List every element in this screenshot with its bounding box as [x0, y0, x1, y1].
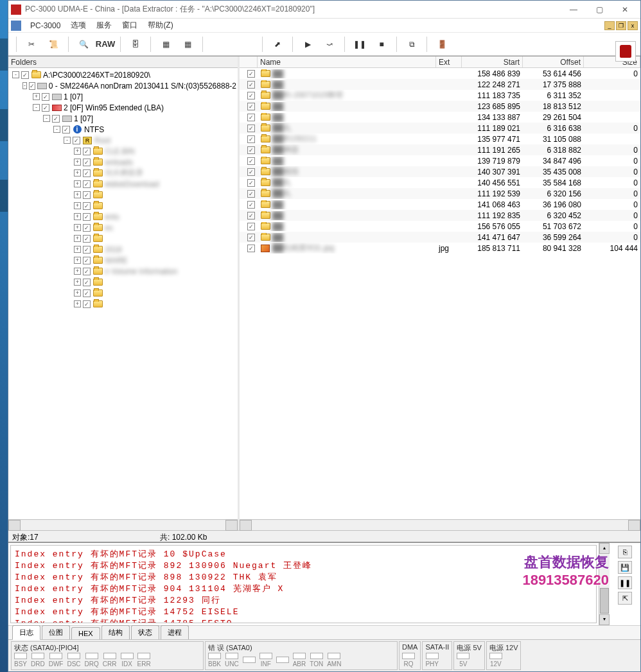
tree-checkbox[interactable]: ✓: [83, 148, 91, 155]
tree-row[interactable]: +✓: [10, 288, 236, 298]
tree-checkbox[interactable]: ✓: [83, 159, 91, 166]
tab-位图[interactable]: 位图: [42, 625, 70, 639]
tree-checkbox[interactable]: ✓: [83, 268, 91, 275]
tab-进程[interactable]: 进程: [161, 625, 189, 639]
table-row[interactable]: ✓██丸111 192 5396 320 1560: [240, 188, 640, 199]
row-checkbox[interactable]: ✓: [247, 146, 255, 154]
expand-icon[interactable]: -: [12, 71, 19, 78]
tree-checkbox[interactable]: ✓: [83, 180, 91, 188]
exit-icon[interactable]: 🚪: [432, 35, 452, 53]
table-row[interactable]: ✓██丸140 456 55135 584 1680: [240, 177, 640, 188]
tree-row[interactable]: +✓n Volume Information: [10, 266, 236, 277]
tree-checkbox[interactable]: ✓: [29, 82, 35, 90]
copy-icon[interactable]: ⧉: [402, 35, 421, 53]
tree-checkbox[interactable]: ✓: [83, 300, 91, 308]
row-checkbox[interactable]: ✓: [247, 92, 255, 99]
tree-checkbox[interactable]: ✓: [52, 115, 60, 123]
tree-row[interactable]: +✓功大师目录: [10, 168, 236, 178]
disk-icon[interactable]: 🗄: [126, 35, 145, 53]
log-vscrollbar[interactable]: ▴ ▾: [599, 543, 610, 625]
tree-checkbox[interactable]: ✓: [42, 93, 49, 101]
row-checkbox[interactable]: ✓: [247, 81, 255, 89]
row-checkbox[interactable]: ✓: [247, 179, 255, 187]
table-row[interactable]: ✓██111 192 8356 320 4520: [240, 210, 640, 221]
col-ext[interactable]: Ext: [436, 56, 462, 67]
raw-button[interactable]: RAW: [96, 35, 115, 53]
tree-checkbox[interactable]: ✓: [73, 137, 80, 144]
expand-icon[interactable]: +: [74, 180, 81, 187]
tree-row[interactable]: -✓0 - SM2246AA nonDram 20130411 S/N:(03)…: [10, 80, 236, 91]
binoculars-icon[interactable]: 🔍: [74, 35, 93, 53]
tree-row[interactable]: +✓: [10, 277, 236, 288]
table-row[interactable]: ✓██模组140 307 39135 435 0080: [240, 166, 640, 177]
row-checkbox[interactable]: ✓: [247, 135, 255, 143]
mdi-restore[interactable]: ❐: [616, 21, 626, 30]
tree-row[interactable]: -✓A:\PC3000\2246XT=20180920\: [10, 69, 236, 80]
log-pause-icon[interactable]: ❚❚: [618, 576, 632, 589]
tree-checkbox[interactable]: ✓: [83, 191, 91, 199]
menu-help[interactable]: 帮助(Z): [143, 19, 178, 32]
tree-checkbox[interactable]: ✓: [42, 104, 49, 112]
expand-icon[interactable]: +: [74, 191, 81, 198]
table-row[interactable]: ✓██轮精度对比.jpgjpg185 813 71180 941 328104 …: [240, 243, 640, 254]
row-checkbox[interactable]: ✓: [247, 103, 255, 110]
tree-row[interactable]: +✓WARE: [10, 255, 236, 266]
expand-icon[interactable]: +: [74, 246, 81, 253]
tree-row[interactable]: +✓: [10, 298, 236, 309]
pause-icon[interactable]: ❚❚: [350, 35, 369, 53]
file-grid[interactable]: ✓██158 486 83953 614 4560✓██122 248 2711…: [240, 68, 640, 519]
row-checkbox[interactable]: ✓: [247, 234, 255, 241]
row-checkbox[interactable]: ✓: [247, 245, 255, 252]
table-row[interactable]: ✓██134 133 88729 261 504: [240, 112, 640, 123]
expand-icon[interactable]: +: [74, 148, 81, 155]
expand-icon[interactable]: +: [74, 289, 81, 297]
expand-icon[interactable]: -: [53, 126, 60, 133]
tree-row[interactable]: +✓2018: [10, 244, 236, 255]
row-checkbox[interactable]: ✓: [247, 114, 255, 121]
tree-row[interactable]: +✓ents: [10, 211, 236, 222]
tree-checkbox[interactable]: ✓: [83, 235, 91, 243]
export-icon[interactable]: ⬈: [268, 35, 287, 53]
tools-icon[interactable]: ✂: [22, 35, 41, 53]
expand-icon[interactable]: +: [74, 268, 81, 275]
expand-icon[interactable]: -: [64, 137, 71, 144]
table-row[interactable]: ✓██神器111 191 2656 318 8820: [240, 144, 640, 155]
expand-icon[interactable]: +: [74, 202, 81, 209]
expand-icon[interactable]: +: [74, 159, 81, 166]
table-row[interactable]: ✓██156 576 05551 703 6720: [240, 221, 640, 232]
row-checkbox[interactable]: ✓: [247, 201, 255, 209]
grid-hscrollbar[interactable]: [240, 519, 640, 530]
tree-row[interactable]: +✓: [10, 189, 236, 200]
log-output[interactable]: Index entry 有坏的MFT记录 10 $UpCaseIndex ent…: [10, 545, 597, 623]
menu-app[interactable]: PC-3000: [25, 20, 66, 31]
tree-hscrollbar[interactable]: [8, 519, 238, 530]
expand-icon[interactable]: +: [33, 93, 40, 100]
tree-checkbox[interactable]: ✓: [83, 213, 91, 221]
expand-icon[interactable]: -: [43, 115, 50, 122]
menu-options[interactable]: 选项: [66, 19, 91, 32]
col-offset[interactable]: Offset: [523, 56, 584, 67]
step-icon[interactable]: ⤻: [320, 35, 339, 53]
tree-checkbox[interactable]: ✓: [21, 71, 29, 79]
row-checkbox[interactable]: ✓: [247, 70, 255, 78]
tree-checkbox[interactable]: ✓: [83, 246, 91, 254]
tree-row[interactable]: -✓1 [07]: [10, 113, 236, 124]
col-start[interactable]: Start: [462, 56, 523, 67]
table-row[interactable]: ✓██料150211135 977 47131 105 088: [240, 134, 640, 144]
play-icon[interactable]: ▶: [298, 35, 317, 53]
tree-row[interactable]: -✓RRoot: [10, 135, 236, 146]
row-checkbox[interactable]: ✓: [247, 125, 255, 132]
tab-日志[interactable]: 日志: [12, 625, 40, 640]
stop-icon[interactable]: ■: [372, 35, 391, 53]
tree-checkbox[interactable]: ✓: [83, 202, 91, 210]
expand-icon[interactable]: +: [74, 300, 81, 307]
table-row[interactable]: ✓██139 719 87934 847 4960: [240, 155, 640, 166]
tree-checkbox[interactable]: ✓: [83, 257, 91, 264]
tree-row[interactable]: +✓CLE.BIN: [10, 146, 236, 157]
maximize-button[interactable]: ▢: [586, 1, 612, 18]
minimize-button[interactable]: —: [561, 1, 586, 18]
table-row[interactable]: ✓██141 471 64736 599 2640: [240, 232, 640, 243]
row-checkbox[interactable]: ✓: [247, 212, 255, 220]
expand-icon[interactable]: +: [74, 224, 81, 231]
tree-row[interactable]: +✓: [10, 233, 236, 244]
